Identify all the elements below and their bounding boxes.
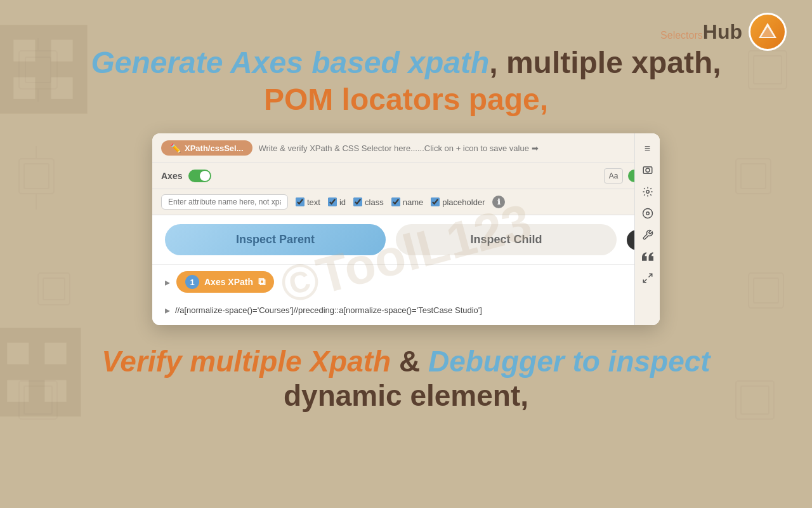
logo-area: SelectorsHub [660,13,787,51]
bottom-amp: & [391,345,428,378]
main-content: Generate Axes based xpath, multiple xpat… [0,0,812,413]
plugin-tab-label: XPath/cssSel... [185,144,244,153]
checkbox-id-input[interactable] [328,197,337,206]
heading-line2: POM locators page, [91,81,721,118]
logo-text: SelectorsHub [660,20,742,44]
logo-hub: Hub [703,20,742,43]
checkbox-placeholder[interactable]: placeholder [431,197,485,207]
attr-input[interactable] [161,194,288,210]
checkbox-placeholder-input[interactable] [431,197,440,206]
checkbox-class-input[interactable] [353,197,362,206]
sidebar-icon-settings1[interactable] [638,182,658,202]
checkbox-name-input[interactable] [391,197,400,206]
xpath-badge: 1 Axes XPath ⧉ [176,271,274,293]
sidebar-icon-quote[interactable] [638,246,658,267]
checkbox-name-label: name [403,197,424,207]
bottom-blue-text: Debugger to inspect [428,345,710,378]
sidebar-icon-filter[interactable]: ≡ [638,138,658,159]
bottom-heading: Verify multiple Xpath & Debugger to insp… [102,344,710,413]
xpath-value-text: //a[normalize-space()='Courses']//preced… [175,305,482,315]
edit-icon: ✏️ [170,143,181,153]
badge-num: 1 [185,275,199,289]
result-row: ▸ 1 Axes XPath ⧉ [152,265,660,299]
axes-left: Axes [161,170,211,182]
xpath-input[interactable] [259,144,629,153]
attr-info-icon[interactable]: ℹ [492,196,505,208]
checkbox-text[interactable]: text [296,197,320,207]
checkbox-id-label: id [339,197,346,207]
xpath-value-row: ▸ //a[normalize-space()='Courses']//prec… [152,299,660,325]
sidebar-icon-settings2[interactable] [638,203,658,224]
svg-line-28 [643,279,646,283]
copy-icon[interactable]: ⧉ [258,276,265,288]
logo-icon [749,13,787,51]
heading-italic-text: Generate Axes based xpath [91,46,489,79]
sidebar-icon-screenshot[interactable] [638,160,658,180]
checkbox-name[interactable]: name [391,197,424,207]
sidebar-icon-tools[interactable] [638,225,658,245]
heading-line1: Generate Axes based xpath, multiple xpat… [91,44,721,81]
font-size-button[interactable]: Aа [604,168,623,184]
axes-label: Axes [161,171,182,181]
svg-point-26 [646,212,649,215]
checkbox-text-label: text [307,197,320,207]
checkbox-placeholder-label: placeholder [442,197,485,207]
checkbox-text-input[interactable] [296,197,304,206]
inspect-parent-button[interactable]: Inspect Parent [165,224,386,255]
badge-label: Axes XPath [204,277,253,287]
bottom-line2: dynamic element, [102,378,710,413]
arrow-indicator: ▸ [165,276,170,288]
sidebar-icon-expand[interactable] [638,268,658,288]
checkbox-id[interactable]: id [328,197,346,207]
plugin-tab[interactable]: ✏️ XPath/cssSel... [161,140,252,156]
sidebar-icons: ≡ [634,133,660,325]
arrow-indicator-2: ▸ [165,304,170,316]
plugin-card: ✏️ XPath/cssSel... + Axes Aа text [152,133,660,325]
inspect-child-button[interactable]: Inspect Child [396,224,617,255]
bottom-line1: Verify multiple Xpath & Debugger to insp… [102,344,710,378]
axes-row: Axes Aа [152,163,660,189]
svg-point-25 [646,190,649,194]
plugin-topbar: ✏️ XPath/cssSel... + [152,133,660,163]
attr-row: text id class name placeholder ℹ [152,189,660,215]
axes-toggle[interactable] [188,170,211,182]
checkbox-class[interactable]: class [353,197,384,207]
checkbox-class-label: class [365,197,384,207]
logo-svg [756,20,779,43]
inspect-row: Inspect Parent Inspect Child ℹ ≡ [152,215,660,265]
svg-line-27 [648,274,652,277]
logo-selectors: Selectors [660,30,703,41]
bottom-orange-text: Verify multiple Xpath [102,345,391,378]
heading-area: Generate Axes based xpath, multiple xpat… [91,44,721,117]
svg-point-24 [646,168,650,172]
